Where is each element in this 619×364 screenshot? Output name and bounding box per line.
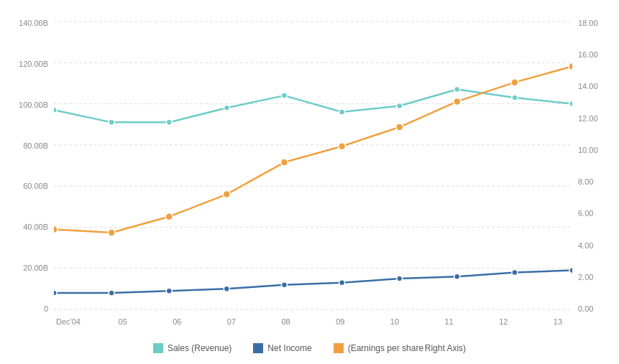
x-axis-label: 10 <box>380 317 409 326</box>
y-right-label: 2.00 <box>578 274 593 281</box>
svg-point-27 <box>569 268 572 274</box>
svg-point-11 <box>224 105 229 111</box>
svg-point-13 <box>339 109 345 115</box>
x-axis-label: 05 <box>109 317 137 326</box>
x-axis-label: 12 <box>489 317 518 326</box>
chart-inner: Dec'04050607080910111213 <box>54 18 572 335</box>
y-left-label: 100.00B <box>19 101 48 109</box>
x-axis-label: 07 <box>217 317 246 326</box>
y-left-label: 60.00B <box>23 182 48 190</box>
legend-item: Net Income <box>253 343 311 353</box>
svg-point-32 <box>280 159 288 166</box>
svg-point-20 <box>166 288 172 294</box>
legend-label-text: (Earnings per share Right Axis) <box>348 343 466 353</box>
page-container: 140.00B120.00B100.00B80.00B60.00B40.00B2… <box>0 0 619 364</box>
y-right-label: 14.00 <box>578 83 598 90</box>
legend-label-text: Net Income <box>267 343 311 353</box>
svg-point-33 <box>339 143 346 150</box>
legend-color-box <box>253 343 263 353</box>
svg-point-29 <box>108 229 115 236</box>
y-right-label: 16.00 <box>578 51 598 59</box>
legend-item: (Earnings per share Right Axis) <box>334 343 466 353</box>
svg-point-8 <box>54 107 57 113</box>
svg-point-17 <box>569 101 572 107</box>
svg-point-26 <box>512 269 518 275</box>
y-left-label: 0 <box>44 305 48 313</box>
y-axis-left: 140.00B120.00B100.00B80.00B60.00B40.00B2… <box>14 18 54 335</box>
y-left-label: 20.00B <box>23 264 48 272</box>
legend-color-box <box>334 343 344 353</box>
y-right-label: 18.00 <box>578 19 598 27</box>
y-right-label: 6.00 <box>578 210 593 218</box>
y-right-label: 4.00 <box>578 242 593 250</box>
y-left-label: 120.00B <box>19 60 48 68</box>
svg-point-16 <box>512 95 518 101</box>
chart-area: 140.00B120.00B100.00B80.00B60.00B40.00B2… <box>14 18 605 335</box>
legend-item: Sales (Revenue) <box>153 343 231 353</box>
y-right-label: 8.00 <box>578 178 593 186</box>
svg-point-15 <box>454 87 460 93</box>
y-left-label: 80.00B <box>23 142 48 150</box>
svg-point-19 <box>109 290 114 296</box>
chart-legend: Sales (Revenue)Net Income(Earnings per s… <box>14 340 605 353</box>
svg-point-31 <box>223 191 230 198</box>
y-axis-right: 18.0016.0014.0012.0010.008.006.004.002.0… <box>572 18 605 335</box>
svg-point-18 <box>54 290 57 296</box>
svg-point-23 <box>339 280 345 286</box>
svg-point-14 <box>397 103 403 108</box>
x-axis-label: 11 <box>435 317 464 326</box>
x-axis: Dec'04050607080910111213 <box>54 313 572 335</box>
x-axis-label: 08 <box>272 317 301 326</box>
svg-point-12 <box>281 93 287 98</box>
svg-point-25 <box>454 274 460 279</box>
svg-point-9 <box>109 119 114 125</box>
y-right-label: 10.00 <box>578 146 598 154</box>
y-right-label: 0.00 <box>578 305 593 313</box>
y-left-label: 40.00B <box>23 223 48 231</box>
x-axis-label: Dec'04 <box>54 317 83 326</box>
svg-point-10 <box>166 119 172 125</box>
svg-point-35 <box>454 98 461 105</box>
x-axis-label: 09 <box>326 317 354 326</box>
grid-lines <box>54 18 572 313</box>
svg-point-21 <box>224 286 229 291</box>
svg-point-36 <box>511 79 518 86</box>
svg-point-22 <box>281 282 287 288</box>
y-left-label: 140.00B <box>19 19 48 27</box>
svg-point-28 <box>54 226 58 233</box>
legend-label-text: Sales (Revenue) <box>168 343 231 353</box>
y-right-label: 12.00 <box>578 115 598 123</box>
legend-color-box <box>153 343 163 353</box>
x-axis-label: 13 <box>544 317 572 326</box>
svg-point-37 <box>569 62 572 70</box>
svg-point-24 <box>397 276 403 281</box>
x-axis-label: 06 <box>162 317 191 326</box>
svg-point-30 <box>165 213 173 220</box>
svg-point-34 <box>396 123 403 131</box>
